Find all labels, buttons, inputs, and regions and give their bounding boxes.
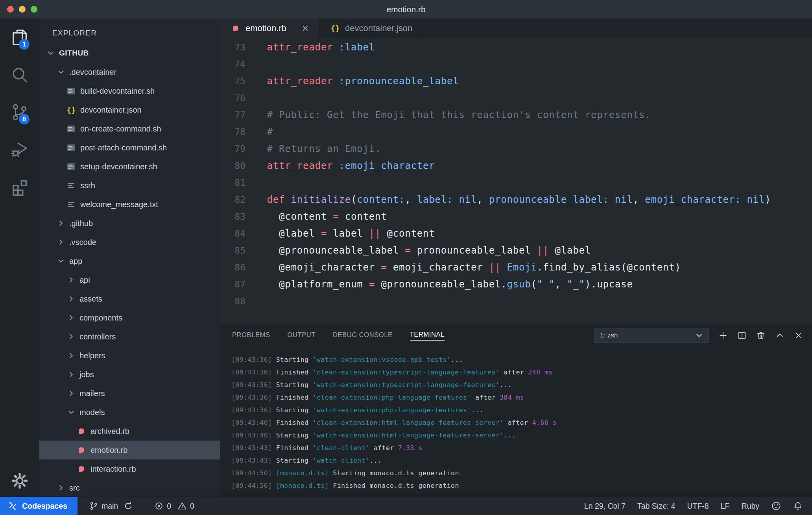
code-line[interactable]: 74 xyxy=(220,56,812,72)
code-line[interactable]: 85 @pronounceable_label = pronounceable_… xyxy=(220,242,812,259)
settings-gear-icon[interactable] xyxy=(0,465,39,496)
status-line-col[interactable]: Ln 29, Col 7 xyxy=(584,502,626,511)
terminal-selector-dropdown[interactable]: 1: zsh xyxy=(594,328,709,343)
terminal-line: [09:43:43] Starting 'watch-client'... xyxy=(231,454,812,467)
editor-tab-emotion.rb[interactable]: emotion.rb xyxy=(220,19,320,38)
codespaces-remote-button[interactable]: Codespaces xyxy=(0,497,78,515)
line-number: 73 xyxy=(220,42,250,52)
close-panel-button[interactable] xyxy=(794,331,803,340)
zoom-window-button[interactable] xyxy=(31,6,37,13)
code-line[interactable]: 84 @label = label || @content xyxy=(220,225,812,242)
code-line[interactable]: 81 xyxy=(220,174,812,191)
chevron-right-icon xyxy=(66,333,76,341)
status-tab-size[interactable]: Tab Size: 4 xyxy=(637,502,675,511)
activity-source-control-icon[interactable]: 8 xyxy=(0,93,39,131)
panel-tab-problems[interactable]: PROBLEMS xyxy=(232,331,270,340)
split-terminal-button[interactable] xyxy=(737,331,747,340)
code-line[interactable]: 86 @emoji_character = emoji_character ||… xyxy=(220,259,812,276)
new-terminal-button[interactable] xyxy=(718,331,728,340)
close-window-button[interactable] xyxy=(7,6,14,13)
tree-file-interaction.rb[interactable]: interaction.rb xyxy=(39,459,220,478)
activity-extensions-icon[interactable] xyxy=(0,168,39,206)
terminal-output[interactable]: [09:43:36] Starting 'watch-extension:vsc… xyxy=(220,347,812,496)
status-language[interactable]: Ruby xyxy=(741,502,759,511)
branch-indicator[interactable]: main xyxy=(89,502,133,511)
activity-run-debug-icon[interactable] xyxy=(0,131,39,168)
tree-item-label: .devcontainer xyxy=(69,68,116,77)
terminal-line: [09:43:36] Finished 'clean-extension:typ… xyxy=(231,366,812,378)
tree-folder-src[interactable]: src xyxy=(39,478,220,496)
code-line[interactable]: 78 # xyxy=(220,123,812,140)
tree-file-archived.rb[interactable]: archived.rb xyxy=(39,422,220,441)
remote-icon xyxy=(8,501,17,511)
tree-file-emotion.rb[interactable]: emotion.rb xyxy=(39,441,220,459)
tree-file-setup-devcontainer.sh[interactable]: setup-devcontainer.sh xyxy=(39,157,220,176)
activity-search-icon[interactable] xyxy=(0,56,39,93)
code-line[interactable]: 79 # Returns an Emoji. xyxy=(220,140,812,157)
code-text: def initialize(content:, label: nil, pro… xyxy=(255,194,771,205)
codespaces-label: Codespaces xyxy=(22,502,67,511)
errors-count: 0 xyxy=(167,502,171,511)
tree-file-on-create-command.sh[interactable]: on-create-command.sh xyxy=(39,119,220,138)
line-number: 81 xyxy=(220,178,250,188)
tree-folder-jobs[interactable]: jobs xyxy=(39,365,220,384)
tree-file-welcome_message.txt[interactable]: welcome_message.txt xyxy=(39,195,220,214)
tree-item-label: .vscode xyxy=(69,238,96,247)
tree-folder-.devcontainer[interactable]: .devcontainer xyxy=(39,63,220,82)
tree-item-label: assets xyxy=(79,295,102,304)
code-line[interactable]: 75 attr_reader :pronounceable_label xyxy=(220,72,812,89)
minimize-window-button[interactable] xyxy=(19,6,26,13)
activity-explorer-icon[interactable]: 1 xyxy=(0,19,39,56)
tree-folder-.github[interactable]: .github xyxy=(39,214,220,233)
line-number: 76 xyxy=(220,93,250,103)
tree-item-label: interaction.rb xyxy=(90,465,136,474)
panel-header: PROBLEMSOUTPUTDEBUG CONSOLETERMINAL 1: z… xyxy=(220,324,812,347)
code-line[interactable]: 88 xyxy=(220,293,812,309)
line-number: 78 xyxy=(220,127,250,137)
code-line[interactable]: 80 attr_reader :emoji_character xyxy=(220,157,812,174)
code-line[interactable]: 83 @content = content xyxy=(220,208,812,225)
tree-folder-.vscode[interactable]: .vscode xyxy=(39,233,220,252)
tree-item-label: GITHUB xyxy=(59,49,89,57)
status-encoding[interactable]: UTF-8 xyxy=(687,502,709,511)
tree-file-ssrh[interactable]: ssrh xyxy=(39,176,220,195)
shell-file-icon xyxy=(66,143,76,152)
code-line[interactable]: 73 attr_reader :label xyxy=(220,39,812,56)
tree-folder-controllers[interactable]: controllers xyxy=(39,327,220,346)
tree-folder-app[interactable]: app xyxy=(39,252,220,270)
code-line[interactable]: 82 def initialize(content:, label: nil, … xyxy=(220,191,812,208)
maximize-panel-button[interactable] xyxy=(775,331,784,340)
tree-file-devcontainer.json[interactable]: {}devcontainer.json xyxy=(39,100,220,119)
panel-tab-debug-console[interactable]: DEBUG CONSOLE xyxy=(333,331,393,340)
tree-file-build-devcontainer.sh[interactable]: build-devcontainer.sh xyxy=(39,82,220,100)
tab-label: devcontainer.json xyxy=(345,23,412,33)
tree-folder-models[interactable]: models xyxy=(39,403,220,422)
code-text: @platform_enum = @pronounceable_label.gs… xyxy=(255,279,633,290)
code-editor[interactable]: 73 attr_reader :label7475 attr_reader :p… xyxy=(220,38,812,324)
code-line[interactable]: 77 # Public: Get the Emoji that this rea… xyxy=(220,106,812,123)
editor-tab-devcontainer.json[interactable]: {}devcontainer.json xyxy=(320,19,423,38)
line-number: 80 xyxy=(220,161,250,171)
tree-folder-GITHUB[interactable]: GITHUB xyxy=(39,44,220,63)
tree-folder-components[interactable]: components xyxy=(39,308,220,327)
kill-terminal-button[interactable] xyxy=(756,331,766,340)
line-number: 75 xyxy=(220,76,250,86)
code-line[interactable]: 76 xyxy=(220,89,812,106)
feedback-smiley-icon[interactable] xyxy=(771,501,781,511)
tree-folder-assets[interactable]: assets xyxy=(39,289,220,308)
tree-folder-mailers[interactable]: mailers xyxy=(39,384,220,403)
tree-file-post-attach-command.sh[interactable]: post-attach-command.sh xyxy=(39,138,220,157)
close-tab-icon[interactable] xyxy=(301,24,309,32)
chevron-down-icon xyxy=(46,49,56,57)
line-number: 88 xyxy=(220,296,250,306)
panel-tab-terminal[interactable]: TERMINAL xyxy=(410,331,445,341)
chevron-right-icon xyxy=(66,352,76,359)
tree-folder-helpers[interactable]: helpers xyxy=(39,346,220,365)
code-text: attr_reader :pronounceable_label xyxy=(255,76,459,87)
tree-folder-api[interactable]: api xyxy=(39,270,220,289)
panel-tab-output[interactable]: OUTPUT xyxy=(288,331,316,340)
notifications-bell-icon[interactable] xyxy=(793,501,803,511)
problems-indicator[interactable]: 0 0 xyxy=(155,502,194,511)
status-eol[interactable]: LF xyxy=(721,502,730,511)
code-line[interactable]: 87 @platform_enum = @pronounceable_label… xyxy=(220,276,812,293)
